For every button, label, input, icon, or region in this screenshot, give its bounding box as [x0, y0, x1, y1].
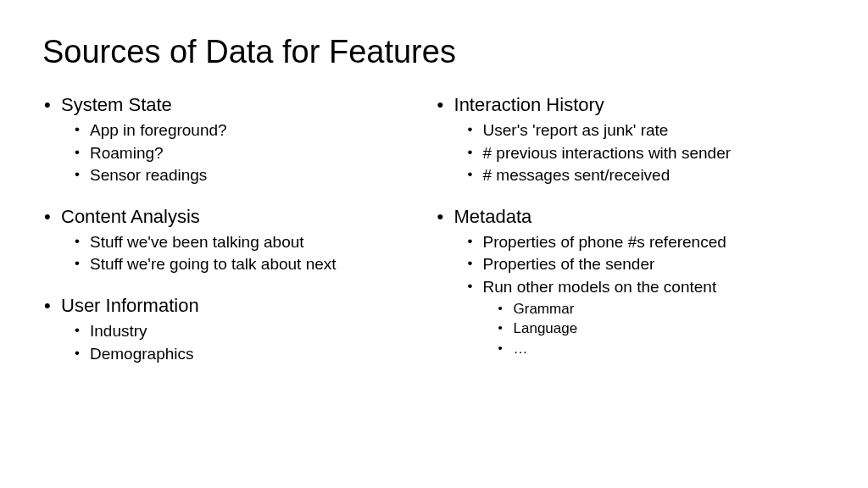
section-user-information: User Information Industry Demographics	[42, 295, 419, 365]
list-item: User's 'report as junk' rate	[436, 119, 843, 142]
list-item: Sensor readings	[42, 164, 419, 187]
list-subitem: Language	[436, 319, 843, 339]
list-item: # previous interactions with sender	[436, 142, 843, 165]
section-interaction-history: Interaction History User's 'report as ju…	[436, 94, 843, 187]
list-item: Stuff we've been talking about	[42, 231, 419, 254]
list-subitem: …	[436, 339, 843, 359]
list-item: # messages sent/received	[436, 164, 843, 187]
slide-title: Sources of Data for Features	[42, 34, 826, 70]
list-item: Roaming?	[42, 142, 419, 165]
list-item: Demographics	[42, 343, 419, 366]
section-system-state: System State App in foreground? Roaming?…	[42, 94, 419, 187]
section-title: Content Analysis	[42, 206, 419, 228]
section-title: Metadata	[436, 206, 843, 228]
section-title: System State	[42, 94, 419, 116]
right-column: Interaction History User's 'report as ju…	[436, 94, 843, 384]
list-subitem: Grammar	[436, 299, 843, 319]
left-column: System State App in foreground? Roaming?…	[42, 94, 419, 384]
list-item: Industry	[42, 320, 419, 343]
section-metadata: Metadata Properties of phone #s referenc…	[436, 206, 843, 359]
section-content-analysis: Content Analysis Stuff we've been talkin…	[42, 206, 419, 276]
list-item: App in foreground?	[42, 119, 419, 142]
list-item: Run other models on the content	[436, 276, 843, 299]
list-item: Properties of the sender	[436, 253, 843, 276]
content-area: System State App in foreground? Roaming?…	[42, 94, 826, 384]
section-title: Interaction History	[436, 94, 843, 116]
list-item: Stuff we're going to talk about next	[42, 253, 419, 276]
list-item: Properties of phone #s referenced	[436, 231, 843, 254]
section-title: User Information	[42, 295, 419, 317]
